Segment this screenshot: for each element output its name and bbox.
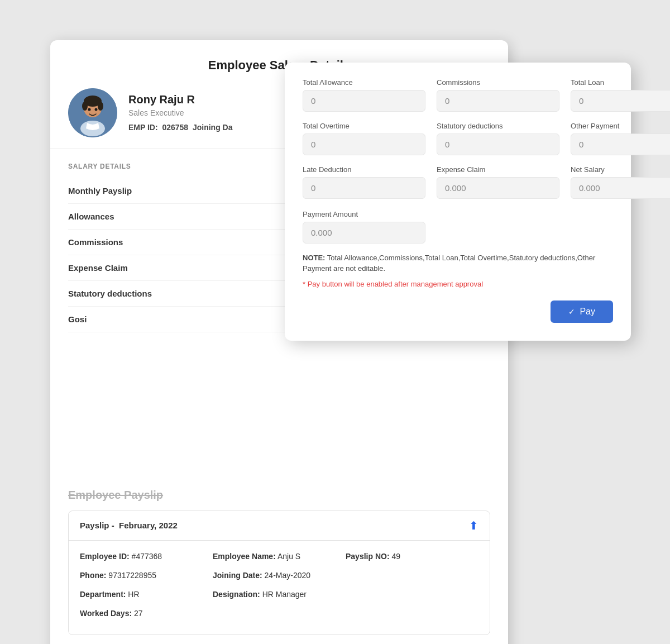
payslip-cell: Department: HR [80,588,213,601]
modal-fields-grid: Total AllowanceCommissionsTotal LoanTota… [303,78,613,199]
modal-field-total-allowance: Total Allowance [303,78,425,112]
check-icon: ✓ [568,307,575,316]
payslip-card: Payslip - February, 2022 ⬆ Employee ID: … [68,511,490,635]
modal-field-input-late-deduction[interactable] [303,177,425,199]
upload-icon[interactable]: ⬆ [469,519,478,532]
payment-amount-field: Payment Amount [303,210,425,244]
modal-field-input-total-loan[interactable] [571,90,670,112]
modal-card: Total AllowanceCommissionsTotal LoanTota… [285,63,631,341]
modal-field-input-total-overtime[interactable] [303,133,425,155]
employee-meta: EMP ID: 026758 Joining Da [128,123,232,132]
table-row: Employee ID: #477368Employee Name: Anju … [80,550,478,563]
payslip-cell: Phone: 97317228955 [80,569,213,582]
modal-field-label-total-allowance: Total Allowance [303,78,425,87]
table-row: Phone: 97317228955Joining Date: 24-May-2… [80,569,478,582]
modal-field-input-commissions[interactable] [437,90,559,112]
employee-name: Rony Raju R [128,93,232,106]
modal-field-input-expense-claim[interactable] [437,177,559,199]
modal-field-total-loan: Total Loan [571,78,670,112]
modal-field-expense-claim: Expense Claim [437,165,559,199]
payslip-card-header: Payslip - February, 2022 ⬆ [69,511,490,541]
modal-field-total-overtime: Total Overtime [303,122,425,155]
payslip-cell: Worked Days: 27 [80,607,478,620]
payslip-section-title: Employee Payslip [68,489,490,502]
payslip-cell [346,588,478,601]
modal-field-label-total-loan: Total Loan [571,78,670,87]
payslip-cell [346,569,478,582]
modal-field-label-other-payment: Other Payment [571,122,670,130]
modal-field-net-salary: Net Salary [571,165,670,199]
payment-amount-row: Payment Amount [303,210,613,244]
modal-field-late-deduction: Late Deduction [303,165,425,199]
pay-button-label: Pay [580,307,595,317]
avatar [68,88,117,137]
payslip-date: Payslip - February, 2022 [80,521,178,530]
modal-note: NOTE: Total Allowance,Commissions,Total … [303,252,613,274]
modal-field-commissions: Commissions [437,78,559,112]
payslip-table: Employee ID: #477368Employee Name: Anju … [69,541,490,635]
modal-field-label-net-salary: Net Salary [571,165,670,174]
pay-button[interactable]: ✓ Pay [551,300,613,323]
payslip-cell: Payslip NO: 49 [346,550,478,563]
modal-field-input-total-allowance[interactable] [303,90,425,112]
payslip-cell: Employee ID: #477368 [80,550,213,563]
payslip-cell: Joining Date: 24-May-2020 [213,569,346,582]
modal-field-label-expense-claim: Expense Claim [437,165,559,174]
modal-field-label-late-deduction: Late Deduction [303,165,425,174]
svg-point-6 [88,108,91,111]
modal-footer: ✓ Pay [303,300,613,323]
modal-field-label-commissions: Commissions [437,78,559,87]
modal-field-input-statutory-deductions[interactable] [437,133,559,155]
payslip-cell: Designation: HR Manager [213,588,346,601]
employee-info: Rony Raju R Sales Executive EMP ID: 0267… [128,93,232,132]
svg-point-7 [95,108,98,111]
modal-field-other-payment: Other Payment [571,122,670,155]
svg-point-5 [98,102,103,111]
table-row: Worked Days: 27 [80,607,478,620]
modal-field-statutory-deductions: Statutory deductions [437,122,559,155]
svg-point-4 [82,102,88,111]
modal-field-input-other-payment[interactable] [571,133,670,155]
table-row: Department: HRDesignation: HR Manager [80,588,478,601]
modal-warning: * Pay button will be enabled after manag… [303,280,613,288]
payment-amount-label: Payment Amount [303,210,425,218]
modal-field-label-total-overtime: Total Overtime [303,122,425,130]
payslip-cell: Employee Name: Anju S [213,550,346,563]
modal-field-input-net-salary[interactable] [571,177,670,199]
payment-amount-input[interactable] [303,222,425,244]
modal-field-label-statutory-deductions: Statutory deductions [437,122,559,130]
employee-role: Sales Executive [128,108,232,117]
